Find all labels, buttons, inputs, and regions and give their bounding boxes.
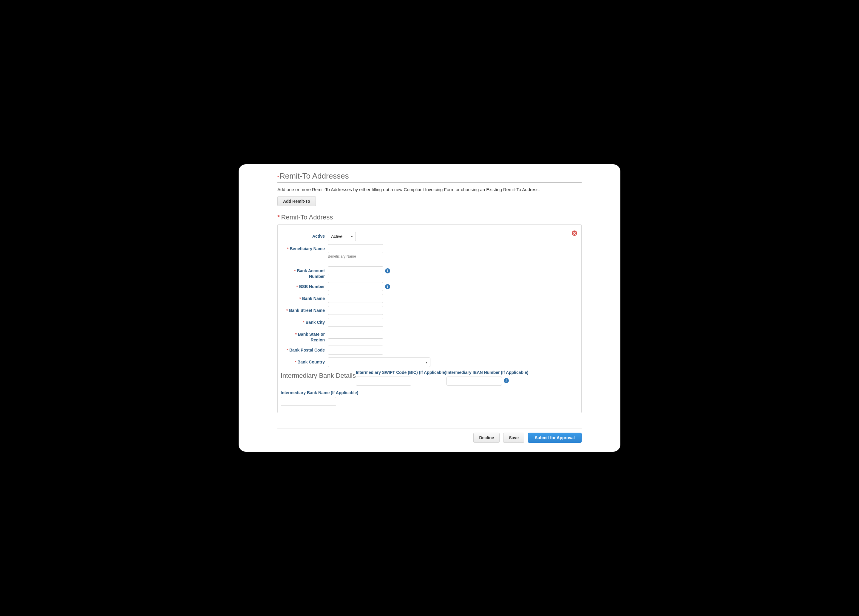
bsb-number-input[interactable] (328, 282, 383, 291)
intermediary-bank-name-input[interactable] (281, 397, 336, 406)
bank-country-label: *Bank Country (281, 357, 328, 365)
bank-state-region-label: *Bank State or Region (281, 330, 328, 343)
required-star-icon: * (277, 214, 280, 221)
intermediary-iban-input[interactable] (447, 377, 502, 385)
intermediary-swift-input[interactable] (356, 377, 411, 385)
active-label: Active (281, 232, 328, 239)
info-icon[interactable]: i (504, 378, 509, 383)
intermediary-bank-name-label: Intermediary Bank Name (If Applicable) (281, 390, 578, 395)
content-area: •Remit-To Addresses Add one or more Remi… (277, 172, 582, 443)
bank-postal-code-input[interactable] (328, 346, 383, 354)
intro-text: Add one or more Remit-To Addresses by ei… (277, 187, 582, 192)
add-remit-to-button[interactable]: Add Remit-To (277, 196, 316, 206)
form-window: •Remit-To Addresses Add one or more Remi… (239, 164, 620, 452)
sub-section-title: *Remit-To Address (277, 214, 582, 221)
info-icon[interactable]: i (385, 284, 390, 289)
sub-section-title-text: Remit-To Address (281, 214, 333, 221)
close-icon[interactable] (572, 231, 577, 236)
bank-name-label: *Bank Name (281, 294, 328, 301)
intermediary-iban-label: Intermediary IBAN Number (If Applicable) (447, 370, 528, 375)
beneficiary-name-input[interactable] (328, 244, 383, 253)
intermediary-swift-label: Intermediary SWIFT Code (BIC) (If Applic… (356, 370, 447, 375)
active-select[interactable]: Active (328, 232, 356, 241)
divider (277, 428, 582, 429)
bsb-number-label: *BSB Number (281, 282, 328, 290)
action-bar: Decline Save Submit for Approval (277, 433, 582, 443)
section-title: •Remit-To Addresses (277, 172, 582, 183)
submit-for-approval-button[interactable]: Submit for Approval (528, 433, 582, 443)
bank-account-number-input[interactable] (328, 266, 383, 275)
bank-postal-code-label: *Bank Postal Code (281, 346, 328, 353)
decline-button[interactable]: Decline (473, 433, 500, 443)
bank-city-input[interactable] (328, 318, 383, 327)
bank-street-name-input[interactable] (328, 306, 383, 315)
bank-city-label: *Bank City (281, 318, 328, 325)
beneficiary-name-label: *Beneficiary Name (281, 244, 328, 252)
bank-street-name-label: *Bank Street Name (281, 306, 328, 313)
intermediary-heading: Intermediary Bank Details (281, 372, 356, 381)
bank-country-select[interactable] (328, 357, 430, 367)
info-icon[interactable]: i (385, 268, 390, 273)
bank-state-region-input[interactable] (328, 330, 383, 339)
save-button[interactable]: Save (503, 433, 524, 443)
required-dot-icon: • (277, 174, 279, 179)
bank-account-number-label: *Bank Account Number (281, 266, 328, 279)
section-title-text: Remit-To Addresses (280, 172, 349, 180)
bank-name-input[interactable] (328, 294, 383, 303)
remit-to-panel: Active Active ▾ *Beneficiary Name Benefi… (277, 224, 582, 413)
beneficiary-name-hint: Beneficiary Name (328, 254, 383, 259)
